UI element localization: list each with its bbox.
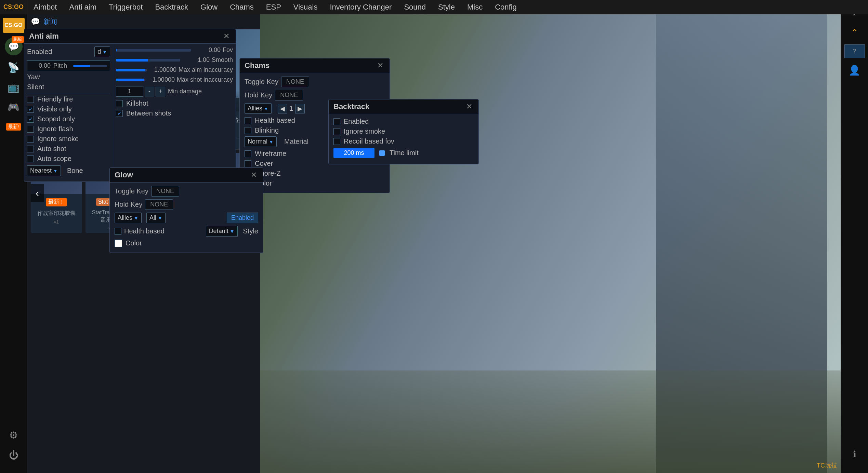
antiaim-right-col: 0.00 Fov 1.00 Smooth 1.00000 Max aim ina… [113,44,236,181]
chams-close-button[interactable]: ✕ [376,61,385,70]
antiaim-enabled-dropdown[interactable]: d ▼ [94,46,110,57]
antiaim-smooth-slider[interactable] [116,59,180,62]
antiaim-friendly-label: Friendly fire [37,95,73,103]
glow-all-value: All [149,214,156,221]
chams-wireframe-cb[interactable] [245,150,251,157]
chams-cover-label: Cover [255,160,273,167]
menu-item-triggerbot[interactable]: Triggerbot [103,0,149,14]
chams-num-next[interactable]: ▶ [295,104,305,113]
menu-item-chams[interactable]: Chams [224,0,260,14]
rs-user-icon[interactable]: 👤 [846,62,863,79]
menu-item-antiaim[interactable]: Anti aim [63,0,102,14]
antiaim-close-button[interactable]: ✕ [222,32,231,41]
store-top-bar: 💬 新闻 [27,14,260,29]
antiaim-killshot-cb[interactable] [116,100,123,107]
chams-allies-arrow: ▼ [264,106,268,111]
glow-default-dropdown[interactable]: Default ▼ [206,226,238,236]
chams-allies-dropdown[interactable]: Allies ▼ [245,103,272,114]
menu-item-esp[interactable]: ESP [260,0,287,14]
menu-item-aimbot[interactable]: Aimbot [27,0,63,14]
antiaim-maxshot-value: 1.00000 [147,76,175,83]
chams-holdkey-btn[interactable]: NONE [275,90,303,100]
glow-color-row: Color [115,239,258,247]
chams-normal-value: Normal [248,138,267,145]
antiaim-friendly-cb[interactable] [27,96,34,103]
glow-close-button[interactable]: ✕ [249,171,258,179]
news-icon[interactable]: 💬 最新! [5,38,23,55]
antiaim-autoscope-label: Auto scope [37,155,71,163]
menu-item-misc[interactable]: Misc [461,0,489,14]
antiaim-bone-label: Bone [67,167,83,175]
menu-item-visuals[interactable]: Visuals [287,0,324,14]
rs-info-icon[interactable]: ℹ [846,446,863,463]
glow-color-label: Color [126,239,142,247]
chams-togglekey-btn[interactable]: NONE [281,77,309,87]
glow-all-dropdown[interactable]: All ▼ [146,213,166,223]
glow-healthbased-cb[interactable] [115,228,121,235]
backtrack-recoil-cb[interactable] [333,138,340,145]
antiaim-flash-cb[interactable] [27,126,34,133]
backtrack-panel-header: Backtrack ✕ [329,99,478,114]
chams-healthbased-cb[interactable] [245,117,251,124]
antiaim-fov-slider[interactable] [116,49,191,52]
antiaim-nearest-dropdown[interactable]: Nearest ▼ [27,165,61,176]
items-prev-button[interactable]: ‹ [31,184,44,202]
menu-item-glow[interactable]: Glow [194,0,224,14]
glow-holdkey-btn[interactable]: NONE [145,199,173,210]
antiaim-killshot-row: Killshot [116,99,233,107]
antiaim-autoscope-row: Auto scope [27,155,110,163]
antiaim-maxaim-slider[interactable] [116,69,147,71]
antiaim-autoscope-cb[interactable] [27,156,34,162]
news-link[interactable]: 新闻 [43,17,57,26]
rs-chevron-icon[interactable]: ⌃ [846,24,863,41]
antiaim-scoped-cb[interactable] [27,116,34,123]
store-item-sub-0: v1 [33,219,80,225]
glow-color-swatch[interactable] [115,240,122,247]
antiaim-smoke-cb[interactable] [27,136,34,143]
glow-allies-dropdown[interactable]: Allies ▼ [115,213,142,223]
sidebar-settings-icon[interactable]: ⚙ [5,427,22,444]
watermark: TC玩技 [817,461,837,470]
menu-item-config[interactable]: Config [489,0,523,14]
backtrack-ms-input[interactable] [333,148,374,158]
menu-item-style[interactable]: Style [432,0,461,14]
sidebar-workshop-icon[interactable]: 最新! [5,118,22,135]
glow-enabled-btn[interactable]: Enabled [227,213,258,223]
chams-holdkey-label: Hold Key [245,91,272,99]
antiaim-visible-label: Visible only [37,105,72,113]
chams-blinking-cb[interactable] [245,127,251,134]
glow-togglekey-btn[interactable]: NONE [151,186,179,197]
chams-ignorez-row: Ignore-Z [245,170,385,177]
chams-normal-dropdown[interactable]: Normal ▼ [245,136,277,147]
menu-item-backtrack[interactable]: Backtrack [149,0,194,14]
menu-item-inventory[interactable]: Inventory Changer [324,0,398,14]
backtrack-close-button[interactable]: ✕ [465,102,474,111]
antiaim-mindmg-minus[interactable]: - [145,87,154,96]
antiaim-autoshot-cb[interactable] [27,146,34,152]
menu-item-sound[interactable]: Sound [398,0,432,14]
backtrack-smoke-cb[interactable] [333,128,340,135]
antiaim-maxshot-slider[interactable] [116,79,145,81]
antiaim-flash-row: Ignore flash [27,125,110,133]
backtrack-recoil-label: Recoil based fov [344,137,394,145]
antiaim-killshot-label: Killshot [126,99,148,107]
chams-num-prev[interactable]: ◀ [278,104,287,113]
chams-cover-cb[interactable] [245,160,251,167]
chams-num-stepper: ◀ 1 ▶ [278,104,305,113]
antiaim-betweenshots-row: Between shots [116,109,233,117]
antiaim-visible-cb[interactable] [27,106,34,113]
backtrack-enabled-cb[interactable] [333,118,340,125]
antiaim-mindmg-plus[interactable]: + [156,87,165,96]
chams-healthbased-label: Health based [255,117,295,124]
sidebar-power-icon[interactable]: ⏻ [5,446,22,463]
sidebar-store-icon[interactable]: 🎮 [5,98,22,116]
antiaim-betweenshots-cb[interactable] [116,110,123,117]
glow-holdkey-row: Hold Key NONE [115,199,258,210]
antiaim-pitch-slider[interactable] [73,65,107,67]
backtrack-panel: Backtrack ✕ Enabled Ignore smoke Recoil … [328,99,479,164]
sidebar-friends-icon[interactable]: 📡 [5,59,22,76]
antiaim-silent-label: Silent [27,83,44,91]
antiaim-mindmg-input[interactable] [116,86,143,97]
backtrack-recoil-row: Recoil based fov [333,137,474,145]
sidebar-watch-icon[interactable]: 📺 [5,79,22,96]
